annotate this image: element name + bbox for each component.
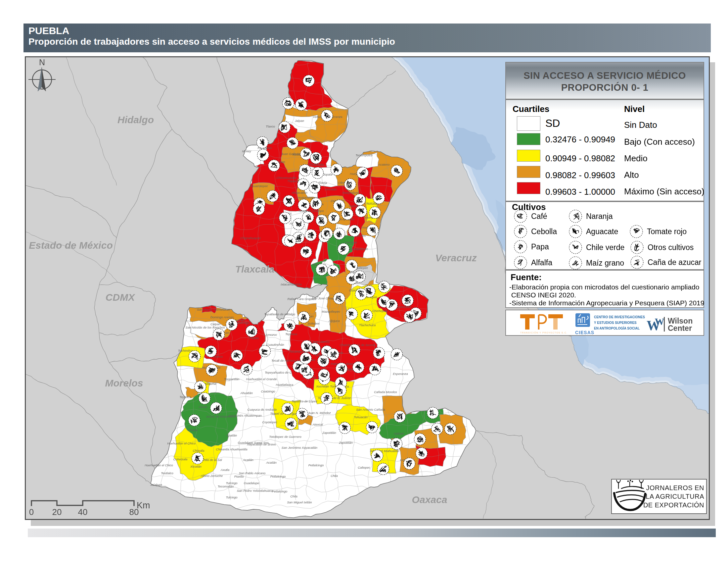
svg-text:Epatlán: Epatlán bbox=[226, 434, 237, 437]
svg-text:Tlatlauquitepec: Tlatlauquitepec bbox=[347, 247, 368, 251]
svg-text:Huehuetlán el Chico: Huehuetlán el Chico bbox=[167, 442, 196, 445]
svg-text:Esperanza: Esperanza bbox=[393, 372, 408, 376]
svg-text:Cuayuca de Andrade: Cuayuca de Andrade bbox=[248, 408, 277, 411]
svg-text:Maíz grano: Maíz grano bbox=[586, 258, 624, 267]
svg-text:Chietla: Chietla bbox=[188, 428, 198, 432]
svg-text:Cultivos: Cultivos bbox=[512, 202, 546, 212]
svg-text:Petlalcingo: Petlalcingo bbox=[270, 475, 286, 478]
svg-text:Soltepec: Soltepec bbox=[308, 322, 320, 325]
svg-text:Petlalcingo: Petlalcingo bbox=[272, 490, 287, 493]
svg-text:San José Chiapa: San José Chiapa bbox=[312, 297, 336, 300]
svg-text:Ahuatlán: Ahuatlán bbox=[240, 391, 253, 395]
svg-text:Mazapiltepec: Mazapiltepec bbox=[322, 310, 340, 313]
svg-text:Totoltepec de Guerrero: Totoltepec de Guerrero bbox=[269, 435, 301, 439]
svg-text:San Antonio Cañada: San Antonio Cañada bbox=[356, 408, 385, 411]
svg-text:Domingo Arenas: Domingo Arenas bbox=[210, 315, 234, 319]
svg-text:Oaxaca: Oaxaca bbox=[412, 494, 447, 505]
svg-text:Tepeaca: Tepeaca bbox=[285, 332, 297, 336]
svg-text:Tehuacán: Tehuacán bbox=[354, 415, 367, 419]
svg-text:Chila: Chila bbox=[290, 494, 297, 498]
svg-text:Otros cultivos: Otros cultivos bbox=[648, 243, 694, 252]
svg-text:LA AGRICULTURA: LA AGRICULTURA bbox=[646, 493, 704, 500]
svg-text:Albino Zertuche: Albino Zertuche bbox=[201, 474, 223, 478]
svg-text:Guadalupe Santa Ana: Guadalupe Santa Ana bbox=[238, 441, 268, 445]
svg-text:Calpan: Calpan bbox=[210, 322, 220, 326]
svg-text:CENTRO DE INVESTIGACIONES: CENTRO DE INVESTIGACIONES bbox=[594, 315, 645, 319]
svg-text:Km: Km bbox=[137, 500, 150, 510]
svg-text:Tenampulco: Tenampulco bbox=[355, 153, 372, 157]
svg-text:Tlaxcala: Tlaxcala bbox=[235, 263, 274, 274]
svg-text:Juan N. Méndez: Juan N. Méndez bbox=[307, 411, 331, 415]
svg-text:CDMX: CDMX bbox=[106, 292, 135, 303]
svg-text:San Miguel Ixitlán: San Miguel Ixitlán bbox=[287, 500, 312, 504]
svg-text:Ahuazotepec: Ahuazotepec bbox=[249, 184, 268, 188]
svg-text:Acatlán: Acatlán bbox=[266, 461, 277, 464]
svg-text:Caña de azucar: Caña de azucar bbox=[648, 258, 702, 266]
svg-text:Chila: Chila bbox=[331, 474, 338, 478]
svg-text:Café: Café bbox=[531, 212, 547, 220]
svg-text:Amixtlán: Amixtlán bbox=[325, 187, 337, 191]
svg-text:Morelos: Morelos bbox=[105, 378, 143, 389]
svg-text:Teotlalco: Teotlalco bbox=[161, 471, 173, 475]
svg-text:Cañada Morelos: Cañada Morelos bbox=[374, 390, 397, 394]
svg-text:0: 0 bbox=[29, 507, 34, 517]
svg-text:Cebolla: Cebolla bbox=[531, 227, 557, 236]
svg-text:Tlachichuca: Tlachichuca bbox=[359, 323, 376, 327]
svg-text:DE EXPORTACIÓN: DE EXPORTACIÓN bbox=[643, 501, 704, 509]
svg-text:Tepanco de López: Tepanco de López bbox=[292, 399, 317, 403]
svg-text:CIESAS: CIESAS bbox=[575, 330, 594, 335]
svg-text:Zapotitlán: Zapotitlán bbox=[339, 441, 353, 445]
svg-text:Cohetzala: Cohetzala bbox=[173, 457, 188, 461]
svg-text:Chichiquila: Chichiquila bbox=[372, 309, 387, 313]
svg-text:N: N bbox=[39, 58, 45, 67]
svg-text:Tochimilco: Tochimilco bbox=[178, 349, 193, 352]
svg-text:Tlaola: Tlaola bbox=[318, 181, 327, 184]
svg-text:Aguacate: Aguacate bbox=[586, 227, 618, 236]
svg-text:Tecomatlán: Tecomatlán bbox=[218, 485, 234, 488]
svg-text:Teopantlán: Teopantlán bbox=[224, 377, 240, 381]
svg-text:Tomate rojo: Tomate rojo bbox=[647, 227, 687, 236]
svg-text:Coyotepec: Coyotepec bbox=[262, 420, 277, 424]
svg-text:Y ESTUDIOS SUPERIORES: Y ESTUDIOS SUPERIORES bbox=[594, 321, 637, 325]
svg-text:TRANSICIÓN Y PROYECTOS S.C.: TRANSICIÓN Y PROYECTOS S.C. bbox=[520, 331, 568, 334]
svg-text:Zapotitlán: Zapotitlán bbox=[322, 431, 336, 435]
svg-text:Xicotlán: Xicotlán bbox=[190, 465, 202, 468]
svg-text:Naranja: Naranja bbox=[586, 212, 613, 220]
svg-text:Aljojuca: Aljojuca bbox=[328, 319, 340, 323]
svg-text:Ajalpan: Ajalpan bbox=[393, 432, 404, 435]
svg-text:Tlaxco: Tlaxco bbox=[266, 124, 275, 128]
svg-text:Huehuetlán el Chico: Huehuetlán el Chico bbox=[145, 463, 173, 467]
svg-text:Amozoc: Amozoc bbox=[265, 333, 277, 337]
svg-text:Estado de México: Estado de México bbox=[29, 240, 113, 251]
svg-text:Chiconcuautla: Chiconcuautla bbox=[276, 176, 296, 179]
svg-text:Chiautla: Chiautla bbox=[193, 449, 205, 452]
svg-text:San Martín Texmelucan: San Martín Texmelucan bbox=[197, 308, 230, 311]
svg-text:Chile verde: Chile verde bbox=[586, 243, 624, 252]
svg-text:JORNALEROS EN: JORNALEROS EN bbox=[646, 484, 704, 492]
svg-text:Chignahuapan: Chignahuapan bbox=[240, 236, 261, 240]
svg-text:Santa Inés Ahuatempan: Santa Inés Ahuatempan bbox=[228, 414, 262, 417]
svg-text:Hueytlalpan: Hueytlalpan bbox=[342, 191, 359, 194]
svg-text:Atzala: Atzala bbox=[198, 405, 207, 409]
svg-text:Coatzingo: Coatzingo bbox=[261, 390, 275, 393]
svg-text:Acateno: Acateno bbox=[378, 163, 390, 166]
svg-text:Honey: Honey bbox=[242, 149, 251, 153]
svg-text:Piaxtla: Piaxtla bbox=[234, 475, 244, 478]
svg-text:EN ANTROPOLOGÍA SOCIAL: EN ANTROPOLOGÍA SOCIAL bbox=[594, 326, 640, 330]
svg-text:Atexcal: Atexcal bbox=[312, 423, 323, 426]
svg-text:San Jerónimo Xayacatlán: San Jerónimo Xayacatlán bbox=[282, 446, 317, 449]
svg-text:Acatlán: Acatlán bbox=[243, 458, 253, 462]
svg-text:Jopala: Jopala bbox=[323, 172, 332, 176]
svg-text:San Pedro Yeloixtlahuaca: San Pedro Yeloixtlahuaca bbox=[237, 489, 273, 493]
svg-text:Papa: Papa bbox=[531, 242, 549, 251]
svg-text:Ahuacatlán: Ahuacatlán bbox=[291, 191, 307, 194]
svg-text:Huehuetlán el Grande: Huehuetlán el Grande bbox=[246, 377, 277, 381]
svg-text:Caltepec: Caltepec bbox=[358, 466, 370, 469]
svg-text:Chinantla Ahuehuetitla: Chinantla Ahuehuetitla bbox=[216, 447, 247, 451]
svg-text:40: 40 bbox=[78, 507, 88, 517]
svg-text:Huatlatlauca: Huatlatlauca bbox=[276, 383, 294, 387]
svg-text:Tepexco: Tepexco bbox=[179, 395, 191, 399]
svg-text:Cuautinchán: Cuautinchán bbox=[266, 343, 284, 347]
svg-text:Atempan: Atempan bbox=[344, 240, 357, 244]
svg-text:Ixtacamaxtitlán: Ixtacamaxtitlán bbox=[281, 283, 301, 286]
